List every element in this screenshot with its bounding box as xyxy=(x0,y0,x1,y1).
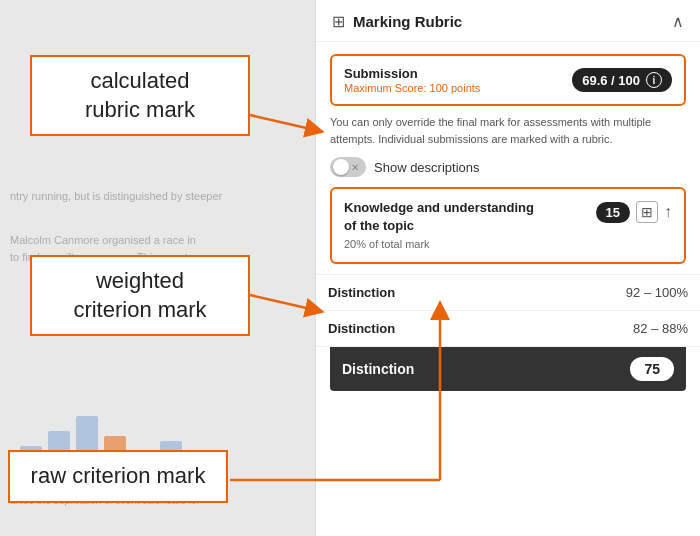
grade-label-1: Distinction xyxy=(328,285,395,300)
rubric-title-row: ⊞ Marking Rubric xyxy=(332,12,462,31)
bg-text-1: ntry running, but is distinguished by st… xyxy=(10,188,222,205)
grade-range-2: 82 – 88% xyxy=(633,321,688,336)
grade-row-1[interactable]: Distinction 92 – 100% xyxy=(316,274,700,311)
submission-max-score: Maximum Score: 100 points xyxy=(344,82,480,94)
calc-rubric-label: calculated rubric mark xyxy=(30,55,250,136)
left-panel: ntry running, but is distinguished by st… xyxy=(0,0,315,536)
right-panel: ⊞ Marking Rubric ∧ Submission Maximum Sc… xyxy=(315,0,700,536)
criterion-percent: 20% of total mark xyxy=(344,238,544,250)
grade-row-2[interactable]: Distinction 82 – 88% xyxy=(316,311,700,347)
raw-criterion-label: raw criterion mark xyxy=(8,450,228,503)
criterion-actions: 15 ⊞ ↑ xyxy=(596,201,672,223)
criterion-info: Knowledge and understanding of the topic… xyxy=(344,199,544,250)
criterion-name: Knowledge and understanding of the topic xyxy=(344,199,544,235)
grade-label-2: Distinction xyxy=(328,321,395,336)
criterion-top: Knowledge and understanding of the topic… xyxy=(344,199,672,250)
submission-top: Submission Maximum Score: 100 points 69.… xyxy=(344,66,672,94)
selected-grade-label: Distinction xyxy=(342,361,414,377)
grade-rows: Distinction 92 – 100% Distinction 82 – 8… xyxy=(316,274,700,347)
override-notice: You can only override the final mark for… xyxy=(330,114,686,147)
toggle-x-icon: ✕ xyxy=(351,162,359,173)
criterion-score-badge: 15 xyxy=(596,202,630,223)
rubric-title: Marking Rubric xyxy=(353,13,462,30)
info-icon[interactable]: i xyxy=(646,72,662,88)
submission-card: Submission Maximum Score: 100 points 69.… xyxy=(330,54,686,106)
score-badge: 69.6 / 100 i xyxy=(572,68,672,92)
submission-info: Submission Maximum Score: 100 points xyxy=(344,66,480,94)
collapse-icon[interactable]: ∧ xyxy=(672,12,684,31)
show-descriptions-label: Show descriptions xyxy=(374,160,480,175)
selected-grade-score: 75 xyxy=(630,357,674,381)
rubric-grid-icon: ⊞ xyxy=(332,12,345,31)
toggle-knob xyxy=(333,159,349,175)
selected-grade-row[interactable]: Distinction 75 xyxy=(330,347,686,391)
show-descriptions-row: ✕ Show descriptions xyxy=(330,157,686,177)
show-descriptions-toggle[interactable]: ✕ xyxy=(330,157,366,177)
criterion-card: Knowledge and understanding of the topic… xyxy=(330,187,686,264)
rubric-header: ⊞ Marking Rubric ∧ xyxy=(316,0,700,42)
submission-label: Submission xyxy=(344,66,480,81)
weighted-criterion-label: weighted criterion mark xyxy=(30,255,250,336)
score-value: 69.6 / 100 xyxy=(582,73,640,88)
criterion-up-icon[interactable]: ↑ xyxy=(664,203,672,221)
criterion-expand-icon[interactable]: ⊞ xyxy=(636,201,658,223)
grade-range-1: 92 – 100% xyxy=(626,285,688,300)
